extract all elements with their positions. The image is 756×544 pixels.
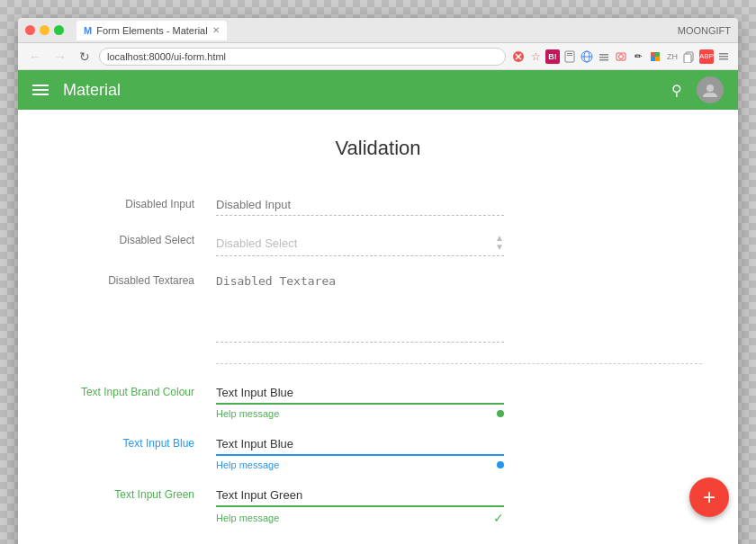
svg-rect-21 (719, 56, 728, 58)
title-bar: M Form Elements - Material ✕ MOONGIFT (18, 18, 738, 43)
svg-rect-4 (567, 53, 572, 54)
section-divider (216, 363, 702, 364)
svg-rect-16 (651, 57, 655, 61)
screenshot-icon[interactable] (614, 49, 628, 64)
b-icon[interactable]: B! (545, 49, 560, 64)
blue-help-text: Help message (216, 459, 279, 470)
green-input-row: Text Input Green Help message ✓ (54, 477, 702, 532)
app-header: Material ⚲ (18, 70, 738, 110)
hamburger-menu[interactable] (32, 85, 49, 95)
disabled-select-wrapper: Disabled Select ▲ ▼ (216, 230, 504, 256)
blue-status-dot (497, 461, 504, 468)
svg-rect-9 (599, 54, 608, 56)
green-input-label: Text Input Green (54, 485, 216, 501)
brand-help-text: Help message (216, 408, 279, 419)
bookmark-star-icon[interactable]: ☆ (528, 49, 543, 64)
disabled-input-label: Disabled Input (54, 194, 216, 210)
svg-rect-14 (651, 52, 655, 57)
globe-icon[interactable] (580, 49, 594, 64)
brand-help-row: Help message (216, 408, 504, 419)
active-tab[interactable]: M Form Elements - Material ✕ (76, 21, 227, 40)
fab-icon: + (703, 485, 716, 510)
avatar[interactable] (697, 76, 724, 103)
brand-input-label: Text Input Brand Colour (54, 382, 216, 398)
brand-status-dot (497, 410, 504, 417)
brand-input-field[interactable] (216, 382, 504, 405)
select-arrow-icon: ▲ ▼ (495, 234, 504, 252)
tab-title: Form Elements - Material (96, 25, 207, 36)
traffic-lights (25, 25, 64, 35)
disabled-select-row: Disabled Select Disabled Select ▲ ▼ (54, 223, 702, 263)
brand-input-wrapper (216, 382, 504, 405)
copy-icon[interactable] (682, 49, 697, 64)
forward-button[interactable]: → (50, 48, 70, 66)
minimize-button[interactable] (40, 25, 50, 35)
disabled-select-text: Disabled Select (216, 236, 297, 250)
disabled-input-row: Disabled Input (54, 187, 702, 223)
url-text: localhost:8000/ui-form.html (107, 51, 226, 62)
disabled-input-container (216, 194, 504, 216)
page-title: Validation (54, 137, 702, 160)
bookmarks-icon[interactable] (562, 49, 577, 64)
svg-rect-15 (655, 52, 660, 57)
nav-bar: ← → ↻ localhost:8000/ui-form.html ☆ B! (18, 43, 738, 70)
svg-point-23 (706, 85, 714, 92)
blue-input-field[interactable] (216, 433, 504, 456)
svg-point-13 (619, 54, 624, 58)
svg-rect-22 (719, 58, 728, 60)
green-help-text: Help message (216, 513, 279, 523)
tab-bar: M Form Elements - Material ✕ (76, 21, 672, 40)
header-left: Material (32, 81, 121, 100)
svg-rect-20 (719, 53, 728, 55)
maximize-button[interactable] (54, 25, 64, 35)
address-bar[interactable]: localhost:8000/ui-form.html (99, 48, 506, 66)
tab-close-button[interactable]: ✕ (212, 25, 220, 35)
green-status-check-icon: ✓ (493, 511, 504, 525)
app-title: Material (63, 81, 121, 100)
toolbar-icons: ☆ B! ✏ ZH (511, 49, 731, 64)
green-help-row: Help message ✓ (216, 511, 504, 525)
tab-favicon: M (84, 25, 92, 36)
blue-help-row: Help message (216, 459, 504, 470)
main-content: Validation Disabled Input Disabled Selec… (18, 110, 738, 544)
svg-rect-19 (684, 54, 691, 63)
svg-rect-17 (655, 57, 660, 61)
disabled-textarea-row: Disabled Textarea (54, 263, 702, 352)
svg-rect-11 (599, 59, 608, 61)
disabled-input-field (216, 194, 504, 216)
disabled-select-label: Disabled Select (54, 230, 216, 246)
pencil-icon[interactable]: ✏ (631, 49, 645, 64)
refresh-button[interactable]: ↻ (76, 48, 94, 66)
fab-button[interactable]: + (689, 477, 729, 517)
svg-rect-3 (565, 51, 574, 62)
brand-input-row: Text Input Brand Colour Help message (54, 375, 702, 426)
green-input-container: Help message ✓ (216, 485, 504, 525)
svg-rect-5 (567, 55, 572, 56)
menu-icon[interactable] (716, 49, 731, 64)
zh-icon[interactable]: ZH (665, 49, 680, 64)
stop-icon[interactable] (511, 49, 526, 64)
disabled-textarea-label: Disabled Textarea (54, 271, 216, 287)
green-input-wrapper (216, 485, 504, 507)
back-button[interactable]: ← (25, 48, 45, 66)
green-input-field[interactable] (216, 485, 504, 507)
search-icon[interactable]: ⚲ (671, 82, 682, 99)
close-button[interactable] (25, 25, 35, 35)
moongift-label: MOONGIFT (678, 25, 731, 36)
svg-rect-10 (599, 57, 608, 58)
tools-icon[interactable] (597, 49, 611, 64)
blue-input-row: Text Input Blue Help message (54, 426, 702, 477)
blue-input-label: Text Input Blue (54, 433, 216, 450)
disabled-select-container: Disabled Select ▲ ▼ (216, 230, 504, 256)
blue-input-wrapper (216, 433, 504, 456)
brand-input-container: Help message (216, 382, 504, 419)
abp-icon[interactable]: ABP (699, 49, 714, 64)
blue-input-container: Help message (216, 433, 504, 470)
puzzle-icon[interactable] (648, 49, 662, 64)
disabled-textarea-field (216, 271, 504, 343)
disabled-textarea-container (216, 271, 504, 345)
header-right: ⚲ (671, 76, 724, 103)
